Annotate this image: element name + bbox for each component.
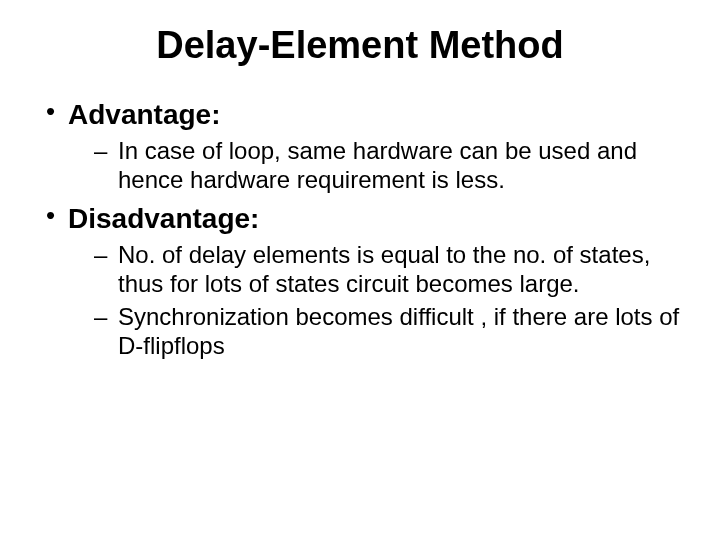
slide: Delay-Element Method Advantage: In case …	[0, 0, 720, 540]
sub-list-item: In case of loop, same hardware can be us…	[94, 136, 680, 195]
sub-bullet-list: No. of delay elements is equal to the no…	[68, 240, 680, 361]
sub-list-item: No. of delay elements is equal to the no…	[94, 240, 680, 299]
bullet-label: Advantage:	[68, 99, 220, 130]
sub-bullet-list: In case of loop, same hardware can be us…	[68, 136, 680, 195]
bullet-list: Advantage: In case of loop, same hardwar…	[40, 97, 680, 361]
slide-title: Delay-Element Method	[40, 24, 680, 67]
list-item: Advantage: In case of loop, same hardwar…	[40, 97, 680, 195]
list-item: Disadvantage: No. of delay elements is e…	[40, 201, 680, 361]
sub-list-item: Synchronization becomes difficult , if t…	[94, 302, 680, 361]
bullet-label: Disadvantage:	[68, 203, 259, 234]
